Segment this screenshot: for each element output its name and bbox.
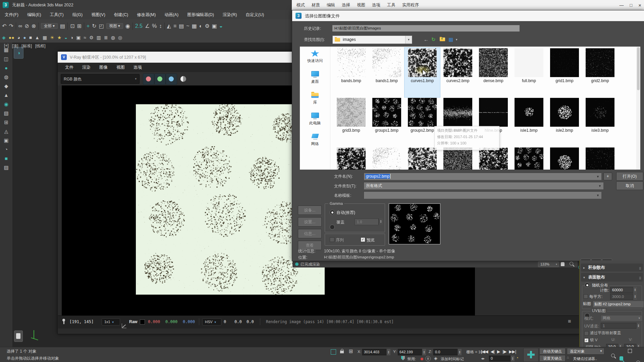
teapot-icon[interactable]: ◑	[70, 35, 73, 40]
refresh-icon[interactable]: ↻	[431, 37, 436, 43]
file-thumbnail[interactable]	[337, 147, 366, 170]
file-item[interactable]	[582, 147, 618, 170]
dialog-title-bar[interactable]: 3 选择位图图像文件	[292, 10, 644, 21]
lt-sphere-icon[interactable]: ●	[5, 65, 8, 70]
material-editor-menu-item[interactable]: 选项	[372, 2, 380, 8]
dots-icon[interactable]: ●●	[9, 35, 14, 40]
per-square-spinner[interactable]: ▲▼	[633, 294, 637, 300]
set-key-button[interactable]: 设置关键点	[539, 355, 566, 362]
set-keys-button[interactable]	[523, 348, 539, 362]
filetype-dropdown[interactable]: 所有格式▼	[364, 182, 603, 189]
setup-button[interactable]: 设置...	[298, 217, 322, 227]
count-spinner[interactable]: ▲▼	[633, 287, 637, 293]
window-crossing-icon[interactable]: ⊞	[77, 23, 82, 29]
gamma-value-field[interactable]: 1.0 ▲▼	[355, 219, 379, 225]
sidebar-libraries[interactable]: 库	[300, 90, 330, 111]
file-thumbnail[interactable]	[443, 98, 472, 127]
new-folder-icon[interactable]: +	[440, 38, 445, 41]
y-field[interactable]: 642.199	[398, 349, 424, 355]
lt-shade-icon[interactable]: ▨	[4, 165, 8, 170]
ref-coord-dropdown[interactable]: 视图 ▾	[106, 23, 123, 29]
divider[interactable]	[84, 22, 84, 30]
script-icon[interactable]: ≣	[104, 35, 108, 40]
file-thumbnail[interactable]	[408, 147, 437, 170]
lt-ball-icon[interactable]: ◍	[4, 74, 8, 79]
rollout-scatter[interactable]: ▸ 秆杂散布 ⠿	[581, 263, 643, 272]
vfb-menu-item[interactable]: 选项	[133, 65, 142, 70]
auto-key-button[interactable]: 自动关键点	[539, 348, 566, 355]
cone-icon[interactable]: ▲	[35, 35, 40, 40]
file-thumbnail[interactable]	[443, 48, 472, 77]
file-item[interactable]: bands1.bmp	[369, 48, 405, 97]
max-menu-item[interactable]: 工具(T)	[50, 12, 64, 18]
file-item[interactable]	[476, 147, 511, 170]
lt-cone-icon[interactable]: ▲	[4, 93, 9, 98]
select-move-icon[interactable]: +	[87, 23, 90, 29]
playback-button[interactable]: ◀|	[491, 349, 495, 354]
render-setup-icon[interactable]: ⚙	[205, 23, 210, 29]
file-thumbnail[interactable]	[515, 98, 543, 127]
file-thumbnail[interactable]	[372, 48, 401, 77]
file-item[interactable]	[511, 147, 547, 170]
key-time-icon[interactable]: ◔	[516, 355, 519, 360]
viewport-label-token[interactable]: [+]	[4, 43, 9, 49]
lt-square-icon[interactable]: ■	[5, 156, 8, 161]
gear-icon[interactable]: ⚙	[89, 35, 94, 40]
max-menu-item[interactable]: 视图(V)	[91, 12, 105, 18]
file-item[interactable]	[547, 147, 582, 170]
vfb-channel-dropdown[interactable]: RGB 颜色 ▾	[61, 74, 140, 84]
max-menu-item[interactable]: 渲染(R)	[223, 12, 237, 18]
mirror-icon[interactable]: ◭	[167, 23, 171, 29]
lt-plus-icon[interactable]: ⊞	[4, 120, 8, 125]
shield-icon[interactable]	[401, 356, 405, 360]
sequence-checkbox[interactable]	[330, 237, 334, 242]
zoom-magnifier-icon[interactable]	[570, 262, 573, 265]
lock-v-checkbox[interactable]: ✓	[584, 338, 589, 343]
maximize-button[interactable]: □	[630, 3, 632, 8]
render-icon[interactable]: ◎	[118, 35, 122, 40]
view-mode-icon[interactable]: ▦	[448, 37, 453, 43]
frame-field[interactable]: 0	[489, 356, 513, 361]
lt-split-icon[interactable]: ◫	[4, 56, 8, 61]
file-item[interactable]: full.bmp	[511, 48, 547, 97]
frame-step-icon[interactable]: ◂▸	[481, 356, 485, 361]
percent-snap-icon[interactable]: %	[152, 23, 157, 29]
material-ball-icon[interactable]: ◍	[111, 35, 115, 40]
file-item[interactable]: dense.bmp	[476, 48, 511, 97]
name-template-dropdown[interactable]: ▼	[364, 191, 601, 199]
file-item[interactable]: isle2.bmp	[547, 97, 582, 147]
playback-button[interactable]: ▶▶|	[509, 349, 517, 354]
select-rotate-icon[interactable]: ↻	[92, 23, 96, 29]
gamma-override-radio[interactable]	[330, 225, 335, 230]
file-thumbnail[interactable]	[337, 98, 366, 127]
sidebar-quick-access[interactable]: 快速访问	[300, 49, 330, 69]
sidebar-network[interactable]: 网络	[300, 132, 330, 153]
snaps-toggle-icon[interactable]: 2.5	[135, 23, 143, 29]
material-editor-menu-item[interactable]: 实用程序	[402, 2, 419, 8]
viewport-corner-panel[interactable]	[14, 330, 23, 342]
zero-badge[interactable]: 0	[425, 356, 431, 361]
file-item[interactable]	[333, 147, 369, 170]
material-editor-menu-item[interactable]: 工具	[387, 2, 395, 8]
pan-hand-icon[interactable]	[561, 262, 565, 266]
file-thumbnail[interactable]	[550, 147, 579, 170]
pan-icon[interactable]	[620, 356, 623, 360]
back-icon[interactable]: ←	[424, 37, 429, 42]
file-item[interactable]: grid1.bmp	[547, 48, 582, 97]
red-channel-button[interactable]	[143, 73, 154, 85]
time-tag[interactable]: 添加时间标记	[441, 357, 464, 362]
file-thumbnail[interactable]	[337, 48, 366, 77]
cancel-button[interactable]: 取消	[616, 181, 643, 190]
zoom-icon[interactable]	[611, 354, 615, 357]
viewport-label-token[interactable]: [标准]	[21, 43, 32, 49]
gamma-auto-radio[interactable]	[330, 210, 335, 215]
absolute-mode-icon[interactable]: ⊞	[349, 348, 353, 354]
select-scale-icon[interactable]: ◰	[99, 23, 104, 29]
viewport-label-token[interactable]: [顶]	[12, 43, 18, 49]
key-filters-button[interactable]: 关键点过滤器..	[573, 356, 597, 361]
lt-tri-icon[interactable]: ◬	[4, 129, 8, 134]
hsv-dropdown[interactable]: HSV▼	[202, 318, 221, 325]
file-item[interactable]: bands.bmp	[333, 48, 369, 97]
snap-toggle-icon[interactable]: ◈	[2, 35, 6, 40]
plus-button[interactable]: +	[603, 173, 612, 180]
